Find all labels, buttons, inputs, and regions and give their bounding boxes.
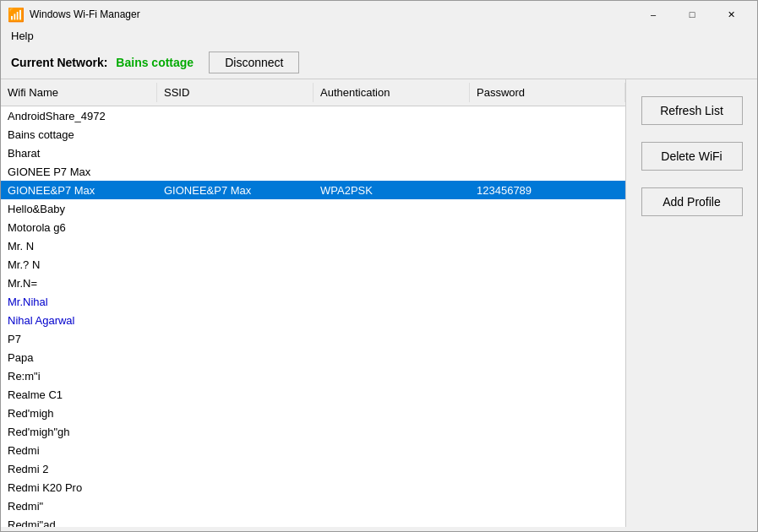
wifi-name-cell: Redmi 2 (1, 462, 157, 476)
auth-cell (314, 319, 470, 321)
table-row[interactable]: Redmi"ad (1, 515, 625, 527)
table-row[interactable]: Motorola g6 (1, 218, 625, 236)
password-cell (470, 152, 625, 154)
auth-cell (314, 263, 470, 265)
refresh-list-button[interactable]: Refresh List (641, 96, 743, 125)
close-button[interactable]: ✕ (712, 1, 750, 28)
auth-cell (314, 412, 470, 414)
wifi-name-cell: Redmi"ad (1, 518, 157, 528)
ssid-cell (157, 282, 314, 284)
ssid-cell (157, 133, 314, 135)
password-cell (470, 319, 625, 321)
ssid-cell (157, 171, 314, 172)
ssid-cell (157, 319, 314, 321)
wifi-table[interactable]: AndroidShare_4972Bains cottageBharatGION… (1, 106, 625, 527)
wifi-name-cell: Redmi" (1, 499, 157, 513)
wifi-name-cell: AndroidShare_4972 (1, 109, 157, 123)
wifi-name-cell: Redmi (1, 443, 157, 458)
table-row[interactable]: Nihal Agarwal (1, 311, 625, 329)
table-row[interactable]: Realme C1 (1, 385, 625, 404)
table-row[interactable]: Bharat (1, 144, 625, 162)
password-cell (470, 245, 625, 247)
table-row[interactable]: Red'migh (1, 404, 625, 422)
wifi-name-cell: Red'migh (1, 406, 157, 421)
password-cell (470, 449, 625, 451)
table-area: Wifi NameSSIDAuthenticationPassword Andr… (1, 79, 626, 527)
table-row[interactable]: Mr.Nihal (1, 292, 625, 311)
auth-cell (314, 282, 470, 284)
auth-cell (314, 152, 470, 154)
table-row[interactable]: Hello&Baby (1, 199, 625, 218)
password-cell (470, 226, 625, 228)
auth-cell (314, 171, 470, 172)
app-title: Windows Wi-Fi Manager (30, 8, 634, 20)
table-header-cell: Authentication (314, 83, 470, 102)
table-row[interactable]: Redmi" (1, 497, 625, 515)
wifi-name-cell: GIONEE P7 Max (1, 165, 157, 179)
add-profile-button[interactable]: Add Profile (641, 187, 743, 216)
auth-cell (314, 524, 470, 525)
ssid-cell (157, 263, 314, 265)
wifi-name-cell: Hello&Baby (1, 202, 157, 216)
current-network-name: Bains cottage (116, 56, 194, 69)
table-row[interactable]: Redmi 2 (1, 459, 625, 478)
maximize-button[interactable]: □ (673, 1, 712, 28)
wifi-name-cell: GIONEE&P7 Max (1, 183, 157, 198)
table-row[interactable]: Re:m"i (1, 366, 625, 385)
auth-cell (314, 208, 470, 209)
table-row[interactable]: Redmi K20 Pro (1, 478, 625, 497)
auth-cell (314, 486, 470, 488)
password-cell (470, 282, 625, 284)
table-row[interactable]: Redmi (1, 441, 625, 459)
ssid-cell (157, 431, 314, 432)
table-header: Wifi NameSSIDAuthenticationPassword (1, 79, 625, 106)
current-network-bar: Current Network: Bains cottage Disconnec… (1, 46, 757, 79)
table-row[interactable]: Bains cottage (1, 125, 625, 144)
ssid-cell (157, 505, 314, 507)
delete-wifi-button[interactable]: Delete WiFi (641, 142, 743, 171)
wifi-name-cell: Motorola g6 (1, 220, 157, 235)
wifi-name-cell: Papa (1, 350, 157, 365)
current-network-label: Current Network: (11, 56, 107, 69)
table-row[interactable]: AndroidShare_4972 (1, 106, 625, 125)
wifi-name-cell: Bharat (1, 146, 157, 160)
password-cell (470, 412, 625, 414)
help-menu[interactable]: Help (8, 28, 37, 44)
wifi-name-cell: Mr. N (1, 239, 157, 253)
table-row[interactable]: GIONEE&P7 MaxGIONEE&P7 MaxWPA2PSK1234567… (1, 181, 625, 199)
table-row[interactable]: Mr.N= (1, 274, 625, 292)
table-header-cell: SSID (157, 83, 314, 102)
ssid-cell (157, 375, 314, 377)
title-bar-controls: – □ ✕ (634, 1, 750, 28)
password-cell (470, 338, 625, 339)
auth-cell (314, 301, 470, 302)
auth-cell (314, 375, 470, 377)
password-cell: 123456789 (470, 183, 625, 198)
auth-cell (314, 133, 470, 135)
table-row[interactable]: Mr.? N (1, 255, 625, 274)
password-cell (470, 263, 625, 265)
ssid-cell: GIONEE&P7 Max (157, 183, 314, 198)
wifi-name-cell: Mr.N= (1, 276, 157, 290)
table-row[interactable]: Mr. N (1, 236, 625, 255)
table-row[interactable]: Red'migh"gh (1, 422, 625, 441)
auth-cell (314, 226, 470, 228)
wifi-name-cell: Mr.? N (1, 258, 157, 272)
password-cell (470, 375, 625, 377)
password-cell (470, 468, 625, 470)
auth-cell (314, 505, 470, 507)
table-row[interactable]: P7 (1, 329, 625, 348)
minimize-button[interactable]: – (634, 1, 673, 28)
table-row[interactable]: GIONEE P7 Max (1, 162, 625, 181)
wifi-name-cell: Nihal Agarwal (1, 313, 157, 328)
password-cell (470, 524, 625, 525)
ssid-cell (157, 486, 314, 488)
table-row[interactable]: Papa (1, 348, 625, 366)
password-cell (470, 394, 625, 395)
auth-cell (314, 338, 470, 339)
password-cell (470, 486, 625, 488)
wifi-name-cell: Re:m"i (1, 369, 157, 383)
disconnect-button[interactable]: Disconnect (209, 52, 299, 73)
auth-cell (314, 449, 470, 451)
auth-cell (314, 431, 470, 432)
